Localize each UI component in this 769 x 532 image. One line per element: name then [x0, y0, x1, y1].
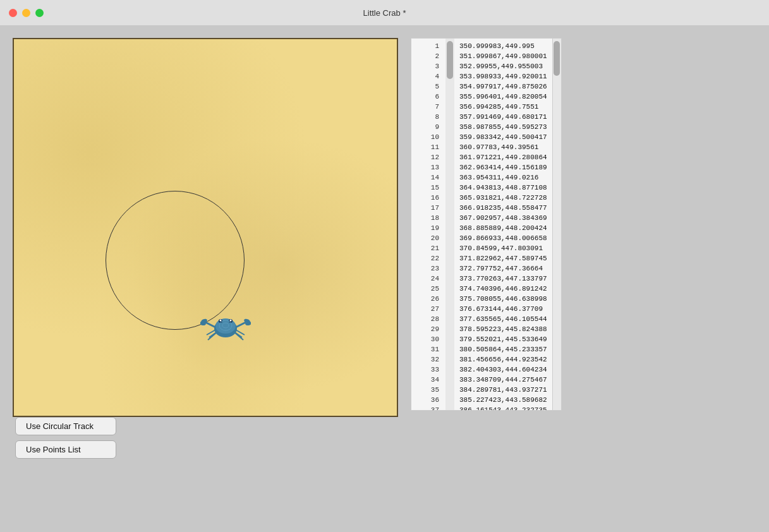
data-row: 368.885889,448.200424: [459, 223, 547, 233]
data-row: 351.999867,449.980001: [459, 51, 547, 61]
line-number: 31: [415, 344, 442, 354]
simulation-canvas[interactable]: [13, 38, 398, 417]
close-button[interactable]: [9, 9, 17, 17]
line-number: 30: [415, 334, 442, 344]
data-row: 379.552021,445.533649: [459, 334, 547, 344]
maximize-button[interactable]: [35, 9, 44, 17]
line-number: 7: [415, 102, 442, 112]
line-number: 16: [415, 193, 442, 203]
line-number: 8: [415, 112, 442, 122]
svg-point-4: [220, 320, 222, 322]
data-row: 364.943813,448.877108: [459, 183, 547, 193]
data-row: 363.954311,449.0216: [459, 172, 547, 183]
line-number: 11: [415, 142, 442, 152]
data-panel: 1234567891011121314151617181920212223242…: [411, 38, 756, 519]
line-number: 27: [415, 304, 442, 314]
line-number: 4: [415, 71, 442, 82]
right-scroll-thumb[interactable]: [554, 41, 560, 76]
data-row: 359.983342,449.500417: [459, 132, 547, 142]
line-number: 24: [415, 274, 442, 284]
data-row: 383.348709,444.275467: [459, 375, 547, 385]
line-number: 21: [415, 243, 442, 253]
data-row: 365.931821,448.722728: [459, 193, 547, 203]
data-values-column: 350.999983,449.995351.999867,449.9800013…: [454, 38, 553, 411]
data-table-wrapper: 1234567891011121314151617181920212223242…: [411, 38, 562, 411]
data-row: 350.999983,449.995: [459, 41, 547, 51]
crab-container: [200, 305, 251, 349]
line-number: 22: [415, 253, 442, 263]
data-row: 367.902957,448.384369: [459, 213, 547, 223]
data-values-list: 350.999983,449.995351.999867,449.9800013…: [459, 41, 547, 411]
line-number: 23: [415, 263, 442, 274]
data-row: 355.996401,449.820054: [459, 92, 547, 102]
line-number: 25: [415, 284, 442, 294]
left-section: Use Circular Track Use Points List: [13, 38, 398, 519]
data-row: 357.991469,449.680171: [459, 112, 547, 122]
data-row: 377.635565,446.105544: [459, 314, 547, 324]
line-number: 10: [415, 132, 442, 142]
data-row: 369.866933,448.006658: [459, 233, 547, 243]
data-row: 378.595223,445.824388: [459, 324, 547, 334]
line-number: 2: [415, 51, 442, 61]
data-row: 375.708055,446.638998: [459, 294, 547, 304]
line-number: 36: [415, 395, 442, 405]
title-bar: Little Crab *: [0, 0, 769, 25]
line-number: 13: [415, 162, 442, 172]
data-row: 376.673144,446.37709: [459, 304, 547, 314]
main-content: Use Circular Track Use Points List 12345…: [0, 25, 769, 532]
data-row: 374.740396,446.891242: [459, 284, 547, 294]
points-list-button[interactable]: Use Points List: [15, 440, 116, 459]
svg-line-6: [205, 322, 215, 327]
line-number: 9: [415, 122, 442, 132]
line-number: 12: [415, 152, 442, 162]
line-number: 3: [415, 61, 442, 71]
data-row: 371.822962,447.589745: [459, 253, 547, 263]
data-row: 352.99955,449.955003: [459, 61, 547, 71]
right-scrollbar[interactable]: [553, 38, 562, 411]
svg-line-9: [236, 322, 246, 327]
data-row: 380.505864,445.233357: [459, 344, 547, 354]
line-number: 6: [415, 92, 442, 102]
line-number: 29: [415, 324, 442, 334]
line-number: 19: [415, 223, 442, 233]
data-row: 361.971221,449.280864: [459, 152, 547, 162]
crab-icon: [200, 305, 251, 349]
data-row: 354.997917,449.875026: [459, 82, 547, 92]
line-number: 5: [415, 82, 442, 92]
minimize-button[interactable]: [22, 9, 30, 17]
left-scrollbar[interactable]: [445, 38, 454, 411]
data-row: 384.289781,443.937271: [459, 385, 547, 395]
window-controls: [9, 9, 44, 17]
svg-point-5: [230, 320, 232, 322]
data-row: 381.456656,444.923542: [459, 354, 547, 365]
line-number: 15: [415, 183, 442, 193]
line-number: 17: [415, 203, 442, 213]
data-row: 356.994285,449.7551: [459, 102, 547, 112]
line-numbers-column: 1234567891011121314151617181920212223242…: [411, 38, 445, 411]
data-row: 362.963414,449.156189: [459, 162, 547, 172]
data-row: 382.404303,444.604234: [459, 365, 547, 375]
data-row: 358.987855,449.595273: [459, 122, 547, 132]
data-row: 360.97783,449.39561: [459, 142, 547, 152]
data-row: 372.797752,447.36664: [459, 263, 547, 274]
line-number: 14: [415, 172, 442, 183]
button-group: Use Circular Track Use Points List: [13, 417, 398, 459]
window-title: Little Crab *: [363, 8, 406, 18]
data-row: 373.770263,447.133797: [459, 274, 547, 284]
left-scroll-thumb[interactable]: [447, 41, 453, 79]
data-row: 353.998933,449.920011: [459, 71, 547, 82]
line-number: 34: [415, 375, 442, 385]
line-number: 32: [415, 354, 442, 365]
line-number: 33: [415, 365, 442, 375]
circular-track-button[interactable]: Use Circular Track: [15, 417, 116, 435]
line-number: 1: [415, 41, 442, 51]
line-number: 26: [415, 294, 442, 304]
line-number: 18: [415, 213, 442, 223]
line-number: 20: [415, 233, 442, 243]
line-number: 35: [415, 385, 442, 395]
data-row: 366.918235,448.558477: [459, 203, 547, 213]
svg-point-1: [215, 318, 236, 334]
line-number: 37: [415, 405, 442, 411]
data-row: 386.161543,443.232735: [459, 405, 547, 411]
data-row: 385.227423,443.589682: [459, 395, 547, 405]
